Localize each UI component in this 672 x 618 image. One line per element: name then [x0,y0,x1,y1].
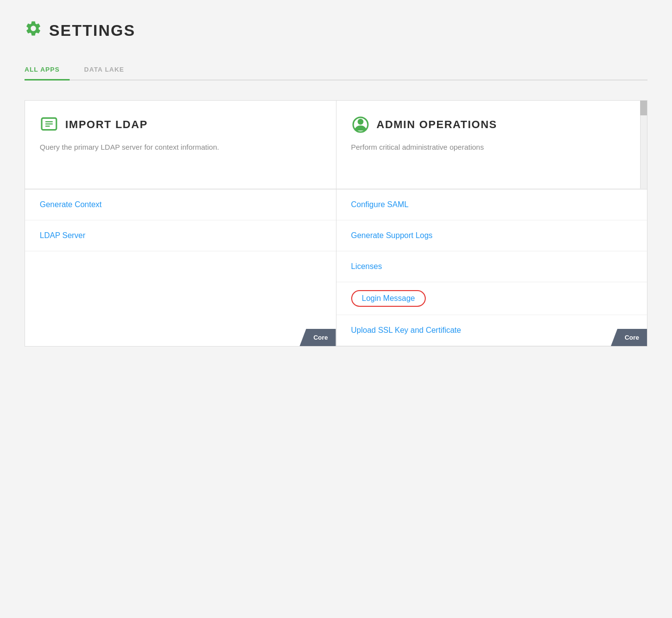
tab-all-apps[interactable]: ALL APPS [25,61,70,81]
admin-ops-header: ADMIN OPERATIONS Perform critical admini… [336,101,647,189]
import-ldap-description: Query the primary LDAP server for contex… [40,142,321,153]
ldap-server-link[interactable]: LDAP Server [25,220,336,251]
scrollbar-track [640,101,647,188]
admin-ops-description: Perform critical administrative operatio… [351,142,633,153]
tabs-bar: ALL APPS DATA LAKE [25,61,647,81]
generate-support-logs-link[interactable]: Generate Support Logs [336,220,647,251]
configure-saml-link[interactable]: Configure SAML [336,189,647,220]
upload-ssl-link[interactable]: Upload SSL Key and Certificate [336,315,647,346]
import-ldap-header: IMPORT LDAP Query the primary LDAP serve… [25,101,336,189]
admin-ops-icon [351,115,370,134]
svg-point-4 [358,119,363,125]
admin-ops-title: ADMIN OPERATIONS [377,118,497,131]
scrollbar-thumb[interactable] [640,101,647,115]
admin-ops-links: Configure SAML Generate Support Logs Lic… [336,189,647,346]
generate-context-link[interactable]: Generate Context [25,189,336,220]
admin-ops-title-row: ADMIN OPERATIONS [351,115,633,134]
login-message-link[interactable]: Login Message [351,290,426,307]
import-ldap-links: Generate Context LDAP Server Core [25,189,336,346]
gear-icon [25,20,42,41]
tab-data-lake[interactable]: DATA LAKE [84,61,134,81]
login-message-link-wrapper: Login Message [336,282,647,315]
import-ldap-title: IMPORT LDAP [65,118,148,131]
page-title: SETTINGS [49,22,135,40]
cards-grid: IMPORT LDAP Query the primary LDAP serve… [25,100,647,347]
page-container: SETTINGS ALL APPS DATA LAKE IMPORT LDAP … [0,0,672,618]
page-header: SETTINGS [25,20,647,41]
import-ldap-icon [40,115,58,134]
licenses-link[interactable]: Licenses [336,251,647,282]
import-ldap-title-row: IMPORT LDAP [40,115,321,134]
import-ldap-core-badge: Core [300,329,336,346]
